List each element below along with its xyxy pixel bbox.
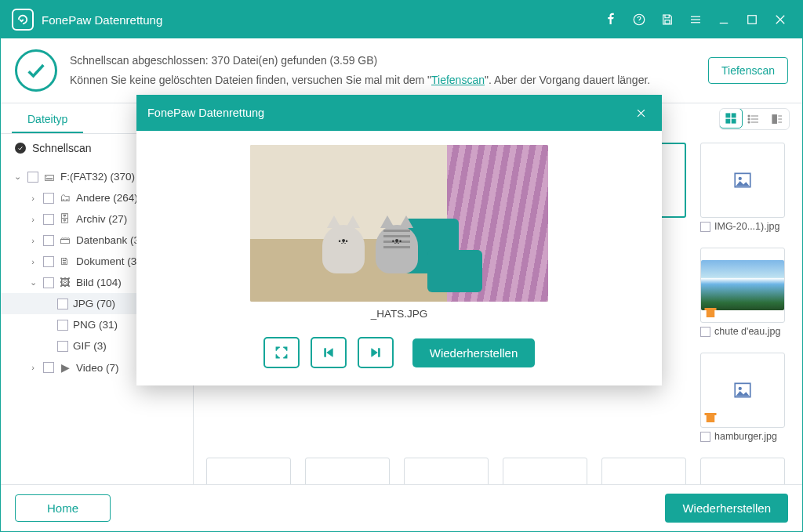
- checkbox[interactable]: [27, 172, 38, 183]
- checkbox[interactable]: [43, 214, 54, 225]
- svg-rect-62: [324, 349, 325, 357]
- check-circle-icon: [15, 143, 26, 154]
- image-placeholder-icon: [732, 170, 753, 190]
- thumbnail-item[interactable]: IMG-20...1).jpg: [700, 143, 785, 232]
- deepscan-button[interactable]: Tiefenscan: [708, 57, 788, 84]
- document-icon: 🗎: [59, 255, 71, 267]
- sidebar-tab-filetype[interactable]: Dateityp: [12, 103, 83, 133]
- deleted-badge-icon: [703, 306, 718, 320]
- fullscreen-button[interactable]: [263, 337, 300, 368]
- image-preview: [701, 260, 784, 310]
- chevron-right-icon[interactable]: ›: [27, 236, 38, 245]
- prev-button[interactable]: [311, 337, 347, 368]
- view-grid-icon[interactable]: [719, 108, 743, 128]
- image-preview: •ᴥ• •ᴥ•: [250, 145, 548, 302]
- bottom-bar: Home Wiederherstellen: [1, 484, 802, 531]
- scan-complete-icon: [15, 49, 57, 92]
- next-button[interactable]: [358, 337, 394, 368]
- svg-rect-13: [732, 119, 736, 123]
- svg-rect-34: [705, 413, 717, 415]
- thumbnail-item[interactable]: [601, 458, 686, 485]
- database-icon: 🗃: [59, 234, 71, 246]
- checkbox[interactable]: [700, 327, 710, 337]
- svg-rect-30: [705, 308, 717, 310]
- svg-rect-7: [748, 16, 757, 24]
- checkbox[interactable]: [43, 362, 54, 373]
- svg-point-29: [739, 177, 742, 180]
- checkbox[interactable]: [700, 222, 710, 232]
- view-list-icon[interactable]: [742, 109, 765, 129]
- titlebar: FonePaw Datenrettung: [1, 1, 802, 38]
- menu-icon[interactable]: [681, 5, 710, 34]
- chevron-right-icon[interactable]: ›: [27, 194, 38, 203]
- thumbnail-item[interactable]: chute d'eau.jpg: [700, 248, 785, 337]
- svg-rect-63: [378, 349, 380, 357]
- checkbox[interactable]: [43, 256, 54, 267]
- status-line1: Schnellscan abgeschlossen: 370 Datei(en)…: [70, 51, 650, 71]
- preview-dialog: FonePaw Datenrettung •ᴥ• •ᴥ• _HATS.JPG W…: [136, 95, 662, 385]
- image-icon: 🖼: [59, 277, 71, 288]
- save-icon[interactable]: [653, 5, 681, 34]
- svg-rect-35: [707, 415, 715, 422]
- status-strip: Schnellscan abgeschlossen: 370 Datei(en)…: [1, 38, 802, 103]
- checkbox[interactable]: [57, 299, 68, 309]
- svg-point-18: [748, 118, 750, 120]
- checkbox[interactable]: [43, 277, 54, 288]
- facebook-icon[interactable]: [597, 5, 625, 34]
- thumbnail-item[interactable]: [700, 458, 785, 485]
- svg-rect-10: [726, 114, 730, 118]
- app-title: FonePaw Datenrettung: [42, 13, 162, 27]
- thumbnail-item[interactable]: [404, 458, 489, 485]
- video-icon: ▶: [59, 361, 71, 374]
- deepscan-link[interactable]: Tiefenscan: [431, 74, 485, 86]
- svg-rect-2: [665, 20, 670, 24]
- preview-filename: _HATS.JPG: [371, 308, 428, 320]
- svg-rect-20: [772, 115, 776, 124]
- thumbnail-item[interactable]: hamburger.jpg: [700, 353, 785, 442]
- thumbnail-item[interactable]: [305, 458, 390, 485]
- checkbox[interactable]: [57, 341, 68, 352]
- view-detail-icon[interactable]: [765, 109, 789, 129]
- dialog-close-icon[interactable]: [630, 103, 651, 123]
- deleted-badge-icon: [703, 411, 718, 425]
- app-logo-icon: [12, 9, 34, 31]
- folder-icon: 🗂: [59, 192, 71, 204]
- archive-icon: 🗄: [59, 213, 71, 225]
- status-line2: Können Sie keine gelöschten Dateien find…: [70, 71, 650, 90]
- minimize-icon[interactable]: [710, 5, 738, 34]
- svg-point-17: [748, 115, 750, 117]
- chevron-right-icon[interactable]: ›: [27, 363, 38, 372]
- home-button[interactable]: Home: [15, 494, 111, 522]
- thumbnail-item[interactable]: [206, 458, 291, 485]
- help-icon[interactable]: [625, 5, 653, 34]
- svg-rect-31: [707, 310, 715, 317]
- thumbnail-item[interactable]: [503, 458, 587, 485]
- svg-point-1: [639, 22, 640, 23]
- drive-icon: 🖴: [43, 171, 56, 183]
- checkbox[interactable]: [700, 432, 710, 442]
- close-icon[interactable]: [766, 5, 794, 34]
- dialog-header: FonePaw Datenrettung: [136, 95, 662, 131]
- checkbox[interactable]: [43, 193, 54, 204]
- recover-button[interactable]: Wiederherstellen: [665, 494, 788, 523]
- chevron-right-icon[interactable]: ›: [27, 215, 38, 224]
- dialog-title: FonePaw Datenrettung: [147, 107, 264, 119]
- view-toggle: [719, 108, 790, 130]
- checkbox[interactable]: [43, 235, 54, 246]
- svg-point-19: [748, 121, 750, 123]
- dialog-recover-button[interactable]: Wiederherstellen: [412, 338, 536, 367]
- chevron-down-icon[interactable]: ⌄: [27, 277, 38, 288]
- svg-rect-11: [732, 114, 736, 118]
- image-placeholder-icon: [732, 380, 753, 400]
- chevron-right-icon[interactable]: ›: [27, 257, 38, 266]
- svg-point-33: [739, 387, 742, 390]
- svg-rect-12: [726, 119, 730, 123]
- maximize-icon[interactable]: [738, 5, 766, 34]
- status-text: Schnellscan abgeschlossen: 370 Datei(en)…: [70, 51, 650, 90]
- checkbox[interactable]: [57, 320, 68, 331]
- chevron-down-icon[interactable]: ⌄: [12, 172, 23, 182]
